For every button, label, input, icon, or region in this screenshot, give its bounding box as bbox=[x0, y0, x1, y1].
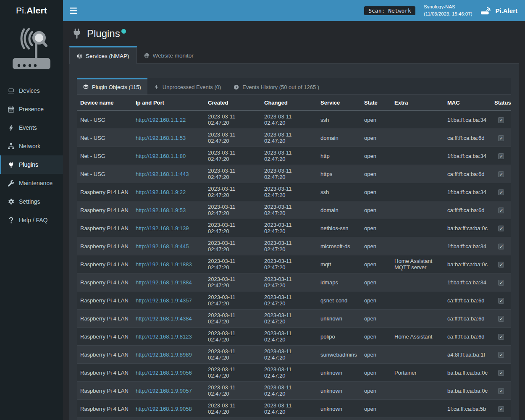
sidebar-item-plugins[interactable]: Plugins bbox=[0, 155, 63, 174]
created-cell: 2023-03-11 02:47:20 bbox=[205, 255, 261, 273]
port-link[interactable]: http://192.168.1.9:8989 bbox=[136, 352, 192, 358]
port-link[interactable]: http://192.168.1.9:445 bbox=[136, 243, 189, 249]
table-row: Raspberry Pi 4 LANhttp://192.168.1.9:898… bbox=[77, 346, 511, 364]
changed-cell: 2023-03-11 02:47:20 bbox=[261, 165, 317, 183]
port-link[interactable]: http://192.168.1.1:443 bbox=[136, 171, 189, 177]
port-link[interactable]: http://192.168.1.9:9057 bbox=[136, 388, 192, 394]
status-checkbox[interactable] bbox=[498, 244, 504, 249]
brand-logo[interactable]: Pi.Alert bbox=[0, 0, 63, 21]
port-link[interactable]: http://192.168.1.9:9056 bbox=[136, 370, 192, 376]
sidebar-item-label: Plugins bbox=[19, 161, 38, 168]
ip-port-cell: http://192.168.1.9:4384 bbox=[132, 310, 205, 328]
changed-cell: 2023-03-11 02:47:20 bbox=[261, 147, 317, 165]
page-title-text: Plugins bbox=[87, 28, 120, 39]
plug-icon bbox=[72, 29, 82, 39]
created-cell: 2023-03-11 02:47:20 bbox=[205, 183, 261, 201]
sidebar-item-presence[interactable]: Presence bbox=[0, 100, 63, 118]
status-cell bbox=[491, 255, 511, 273]
header-brand[interactable]: Pi.Alert bbox=[480, 6, 517, 15]
nas-time: (11/03/2023, 15:46:07) bbox=[424, 10, 472, 18]
table-row: Raspberry Pi 4 LANhttp://192.168.1.9:435… bbox=[77, 291, 511, 310]
extra-cell bbox=[391, 165, 444, 183]
status-checkbox[interactable] bbox=[498, 117, 504, 123]
state-cell: open bbox=[361, 346, 391, 364]
extra-cell bbox=[391, 183, 444, 201]
ip-port-cell: http://192.168.1.1:443 bbox=[132, 165, 205, 183]
sidebar-item-maintenance[interactable]: Maintenance bbox=[0, 174, 63, 192]
mac-cell: 1f:ca:ff:ca:ba:5b bbox=[444, 400, 491, 418]
panel-tab-events-history-50-out-of-1265[interactable]: Events History (50 out of 1265 ) bbox=[227, 78, 326, 94]
port-link[interactable]: http://192.168.1.1:22 bbox=[136, 117, 186, 123]
state-cell: open bbox=[361, 237, 391, 255]
top-nav: Scan: Network Synology-NAS (11/03/2023, … bbox=[63, 0, 525, 21]
status-checkbox[interactable] bbox=[498, 316, 504, 322]
plugin-objects-table: Device nameIp and PortCreatedChangedServ… bbox=[77, 95, 511, 420]
created-cell: 2023-03-11 02:47:20 bbox=[205, 129, 261, 147]
created-cell: 2023-03-11 02:47:20 bbox=[205, 418, 261, 420]
mac-cell: ba:ba:ff:ca:ba:0c bbox=[444, 418, 491, 420]
mac-cell: a4:8f:ff:aa:ba:1f bbox=[444, 346, 491, 364]
status-checkbox[interactable] bbox=[498, 388, 504, 394]
mac-cell: 1f:ba:ff:ca:ba:34 bbox=[444, 183, 491, 201]
table-row: Net - USGhttp://192.168.1.1:532023-03-11… bbox=[77, 129, 511, 147]
menu-toggle-button[interactable] bbox=[63, 0, 83, 21]
status-checkbox[interactable] bbox=[498, 298, 504, 304]
sidebar-item-label: Settings bbox=[19, 198, 40, 205]
logo bbox=[0, 21, 63, 81]
status-checkbox[interactable] bbox=[498, 153, 504, 159]
tab-website-monitor[interactable]: Website monitor bbox=[137, 46, 201, 63]
sidebar-item-help-faq[interactable]: Help / FAQ bbox=[0, 211, 63, 229]
tab-services-nmap[interactable]: Services (NMAP) bbox=[69, 46, 137, 64]
ip-port-cell: http://192.168.1.1:53 bbox=[132, 129, 205, 147]
port-link[interactable]: http://192.168.1.9:9058 bbox=[136, 406, 192, 412]
port-link[interactable]: http://192.168.1.9:4384 bbox=[136, 315, 192, 322]
sidebar-item-label: Help / FAQ bbox=[19, 217, 47, 223]
radar-icon bbox=[77, 53, 82, 59]
state-cell: open bbox=[361, 328, 391, 346]
state-cell: open bbox=[361, 147, 391, 165]
panel-tab-unprocessed-events-0[interactable]: Unprocessed Events (0) bbox=[147, 78, 227, 94]
status-cell bbox=[491, 129, 511, 147]
nas-info: Synology-NAS (11/03/2023, 15:46:07) bbox=[424, 3, 472, 17]
page-title: Plugins bbox=[69, 28, 519, 39]
mac-cell: ca:ff:ff:ca:ba:6d bbox=[444, 129, 491, 147]
port-link[interactable]: http://192.168.1.9:8123 bbox=[136, 333, 192, 340]
status-checkbox[interactable] bbox=[498, 262, 504, 268]
status-checkbox[interactable] bbox=[498, 135, 504, 141]
status-checkbox[interactable] bbox=[498, 352, 504, 358]
sidebar-item-settings[interactable]: Settings bbox=[0, 192, 63, 211]
title-badge bbox=[121, 29, 126, 34]
status-checkbox[interactable] bbox=[498, 406, 504, 412]
extra-cell: Portainer bbox=[391, 364, 444, 382]
created-cell: 2023-03-11 02:47:20 bbox=[205, 400, 261, 418]
table-row: Raspberry Pi 4 LANhttp://192.168.1.9:905… bbox=[77, 400, 511, 418]
port-link[interactable]: http://192.168.1.9:53 bbox=[136, 207, 186, 213]
status-cell bbox=[491, 364, 511, 382]
status-checkbox[interactable] bbox=[498, 370, 504, 376]
sidebar-item-devices[interactable]: Devices bbox=[0, 81, 63, 100]
column-header-state: State bbox=[361, 95, 391, 110]
port-link[interactable]: http://192.168.1.1:80 bbox=[136, 153, 186, 159]
port-link[interactable]: http://192.168.1.1:53 bbox=[136, 135, 186, 141]
status-checkbox[interactable] bbox=[498, 280, 504, 286]
port-link[interactable]: http://192.168.1.9:22 bbox=[136, 189, 186, 195]
port-link[interactable]: http://192.168.1.9:139 bbox=[136, 225, 189, 231]
port-link[interactable]: http://192.168.1.9:4357 bbox=[136, 297, 192, 304]
port-link[interactable]: http://192.168.1.9:1884 bbox=[136, 279, 192, 286]
state-cell: open bbox=[361, 129, 391, 147]
panel-tab-plugin-objects-115[interactable]: Plugin Objects (115) bbox=[77, 78, 147, 94]
status-checkbox[interactable] bbox=[498, 171, 504, 177]
device-name-cell: Net - USG bbox=[77, 147, 132, 165]
ip-port-cell: http://192.168.1.1:22 bbox=[132, 110, 205, 129]
status-checkbox[interactable] bbox=[498, 226, 504, 231]
status-checkbox[interactable] bbox=[498, 189, 504, 195]
port-link[interactable]: http://192.168.1.9:1883 bbox=[136, 261, 192, 268]
brand-prefix: Pi. bbox=[16, 5, 26, 16]
ip-port-cell: http://192.168.1.9:9057 bbox=[132, 382, 205, 400]
sidebar-item-events[interactable]: Events bbox=[0, 118, 63, 137]
status-checkbox[interactable] bbox=[498, 207, 504, 213]
sidebar-item-network[interactable]: Network bbox=[0, 137, 63, 155]
status-checkbox[interactable] bbox=[498, 334, 504, 340]
main-content: Plugins Services (NMAP)Website monitor P… bbox=[63, 21, 525, 420]
service-cell: microsoft-ds bbox=[317, 237, 361, 255]
